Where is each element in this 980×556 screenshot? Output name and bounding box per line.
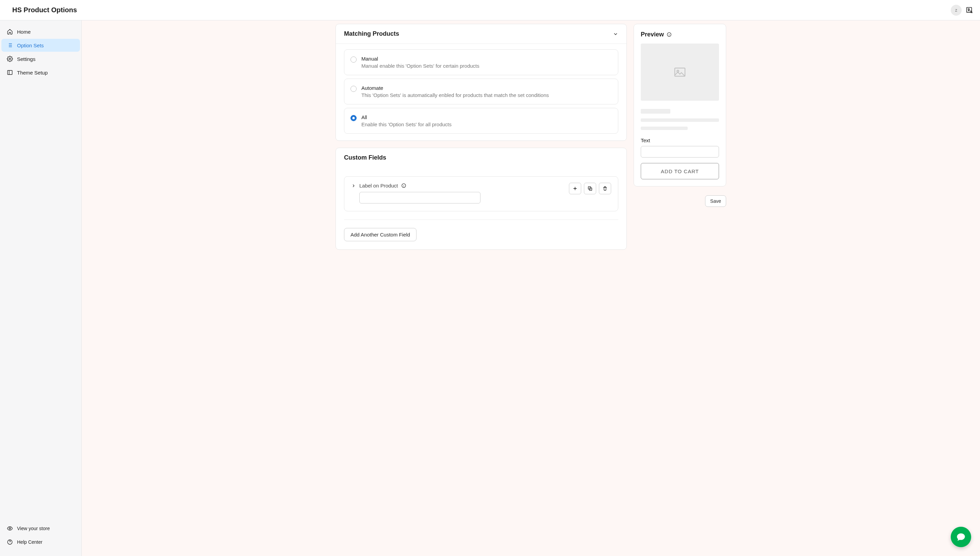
sidebar-item-label: View your store: [17, 526, 50, 531]
help-icon: [7, 539, 13, 545]
sidebar-item-label: Option Sets: [17, 42, 44, 48]
radio-icon: [350, 86, 357, 92]
sidebar-item-settings[interactable]: Settings: [2, 52, 80, 65]
sidebar-item-home[interactable]: Home: [2, 25, 80, 38]
add-another-custom-field-button[interactable]: Add Another Custom Field: [344, 228, 417, 241]
option-title: Manual: [362, 56, 612, 61]
sidebar-item-label: Help Center: [17, 539, 42, 545]
add-field-button[interactable]: [569, 183, 581, 194]
info-icon[interactable]: [667, 32, 672, 37]
translate-icon[interactable]: [966, 6, 973, 14]
custom-fields-body: Label on Product: [336, 167, 626, 249]
matching-option-all[interactable]: All Enable this 'Option Sets' for all pr…: [344, 108, 618, 134]
save-button[interactable]: Save: [705, 195, 726, 207]
skeleton-line: [641, 109, 670, 114]
skeleton-line: [641, 126, 688, 130]
preview-field-label: Text: [641, 137, 719, 143]
svg-point-1: [9, 58, 11, 60]
matching-option-manual[interactable]: Manual Manual enable this 'Option Sets' …: [344, 49, 618, 75]
sidebar-item-theme-setup[interactable]: Theme Setup: [2, 66, 80, 79]
matching-options-body: Manual Manual enable this 'Option Sets' …: [336, 44, 626, 141]
preview-image-placeholder: [641, 44, 719, 101]
sidebar-footer: View your store Help Center: [2, 521, 80, 552]
field-label: Label on Product: [359, 183, 398, 189]
preview-card: Preview Text ADD TO CART: [634, 24, 726, 186]
avatar-initial: z: [955, 8, 957, 13]
layout-icon: [7, 70, 13, 76]
divider: [344, 220, 618, 220]
radio-icon: [350, 115, 357, 121]
avatar[interactable]: z: [951, 5, 962, 16]
label-on-product-input[interactable]: [359, 192, 481, 204]
preview-text-input[interactable]: [641, 146, 719, 158]
sidebar-footer-help-center[interactable]: Help Center: [2, 536, 80, 548]
chevron-down-icon: [613, 31, 618, 37]
plus-icon: [572, 186, 578, 191]
option-desc: Manual enable this 'Option Sets' for cer…: [362, 63, 612, 69]
list-icon: [7, 42, 13, 48]
delete-field-button[interactable]: [599, 183, 611, 194]
chat-icon: [956, 532, 966, 542]
info-icon: [401, 183, 406, 188]
sidebar-item-option-sets[interactable]: Option Sets: [2, 39, 80, 52]
card-header: Custom Fields: [336, 148, 626, 167]
field-label-area[interactable]: Label on Product: [351, 183, 481, 189]
option-title: All: [362, 114, 612, 120]
option-desc: This 'Option Sets' is automatically enbl…: [362, 92, 612, 98]
image-icon: [672, 66, 688, 78]
app-title: HS Product Options: [12, 6, 77, 14]
svg-point-3: [9, 528, 11, 529]
option-title: Automate: [362, 85, 612, 91]
nav: Home Option Sets Settings Theme Setup: [2, 24, 80, 521]
sidebar-item-label: Settings: [17, 56, 36, 62]
matching-products-card: Matching Products Manual Manual enable t…: [336, 24, 627, 141]
duplicate-field-button[interactable]: [584, 183, 596, 194]
radio-icon: [350, 57, 357, 63]
topbar: HS Product Options z: [0, 0, 980, 20]
sidebar-item-label: Theme Setup: [17, 70, 48, 76]
sidebar-footer-view-store[interactable]: View your store: [2, 522, 80, 535]
chat-fab[interactable]: [951, 527, 971, 547]
add-to-cart-button[interactable]: ADD TO CART: [641, 163, 719, 179]
custom-fields-card: Custom Fields Label on Product: [336, 148, 627, 250]
matching-products-title: Matching Products: [344, 30, 399, 37]
topbar-right: z: [951, 5, 973, 16]
copy-icon: [587, 186, 593, 191]
svg-rect-2: [8, 70, 12, 74]
option-desc: Enable this 'Option Sets' for all produc…: [362, 121, 612, 127]
eye-icon: [7, 525, 13, 532]
gear-icon: [7, 56, 13, 62]
custom-field-row: Label on Product: [344, 176, 618, 211]
custom-fields-title: Custom Fields: [344, 154, 386, 161]
sidebar: Home Option Sets Settings Theme Setup Vi…: [0, 20, 82, 556]
card-header[interactable]: Matching Products: [336, 24, 626, 44]
home-icon: [7, 29, 13, 35]
matching-option-automate[interactable]: Automate This 'Option Sets' is automatic…: [344, 79, 618, 105]
preview-title: Preview: [641, 31, 664, 38]
field-actions: [569, 183, 611, 194]
sidebar-item-label: Home: [17, 29, 31, 35]
trash-icon: [602, 186, 608, 191]
chevron-right-icon: [351, 183, 356, 188]
skeleton-line: [641, 118, 719, 122]
